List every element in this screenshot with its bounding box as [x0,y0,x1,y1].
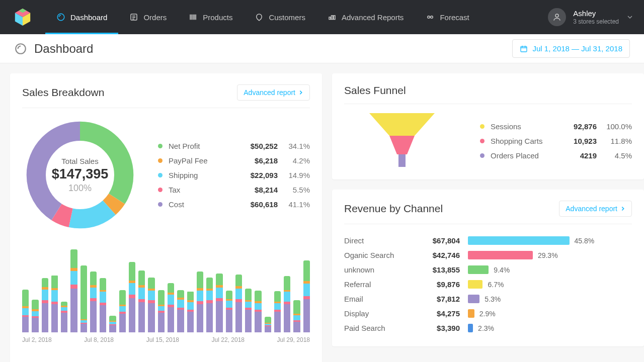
channel-name: unknown [344,265,420,274]
breakdown-row: Net Profit$50,25234.1% [158,139,310,153]
breakdown-name: Shipping [169,171,232,179]
nav-forecast[interactable]: Forecast [415,0,480,34]
user-menu[interactable]: Ashley 3 stores selected [538,0,644,34]
funnel-row: Sessions92,876100.0% [480,119,632,134]
breakdown-row: Tax$8,2145.5% [158,183,310,197]
breakdown-pct: 34.1% [278,142,310,150]
bar [187,291,194,332]
x-tick: Jul 8, 2018 [84,336,114,343]
bar [206,278,213,332]
breakdown-row: Shipping$22,09314.9% [158,168,310,183]
channel-row: Display$4,2752.9% [344,306,632,321]
bar [265,317,271,332]
channel-pct: 2.9% [479,310,496,318]
bar [32,300,38,332]
funnel-step-name: Shopping Carts [491,137,556,145]
funnel-step-name: Orders Placed [491,151,556,160]
nav-label: Customers [269,13,305,22]
channel-bar [468,251,533,259]
svg-marker-18 [389,136,415,154]
legend-dot [480,153,485,158]
legend-dot [158,188,163,192]
nav-customers[interactable]: Customers [244,0,316,34]
nav-orders[interactable]: Orders [118,0,178,34]
page-title: Dashboard [34,42,93,56]
funnel-row: Orders Placed42194.5% [480,148,632,163]
breakdown-pct: 5.5% [278,186,310,194]
avatar [548,8,566,26]
svg-marker-17 [369,113,435,136]
channel-row: unknown$13,8559.4% [344,262,632,277]
cube-icon [13,8,32,27]
funnel-row: Shopping Carts10,92311.8% [480,134,632,148]
breakdown-name: PayPal Fee [169,156,232,165]
channel-name: Display [344,309,420,318]
bar [42,278,48,332]
breakdown-name: Net Profit [169,142,232,150]
legend-dot [480,139,485,143]
channel-row: Oganic Search$42,74629.3% [344,248,632,262]
bar [293,300,300,332]
bar [274,291,281,333]
channel-amount: $4,275 [420,309,460,318]
date-range-button[interactable]: Jul 1, 2018 — Jul 31, 2018 [512,39,630,58]
channel-bar [468,295,479,303]
channel-row: Paid Search$3,3902.3% [344,321,632,335]
bar [90,272,97,332]
bar [109,316,116,332]
user-name: Ashley [573,9,619,18]
advanced-report-button[interactable]: Advanced report [559,201,632,217]
sales-breakdown-title: Sales Breakdown [22,86,104,99]
funnel-step-pct: 4.5% [597,151,632,160]
channel-pct: 29.3% [538,251,558,259]
channel-amount: $13,855 [420,265,460,274]
breakdown-amount: $50,252 [232,142,278,150]
content-grid: Sales Breakdown Advanced report Total Sa… [0,63,644,362]
chevron-right-icon [298,90,303,95]
forecast-icon [426,13,435,22]
dashboard-icon [56,13,65,22]
legend-dot [158,202,163,207]
orders-icon [129,13,138,22]
breakdown-pct: 14.9% [278,171,310,179]
bar [158,290,165,332]
bar [245,289,252,332]
bar [168,283,174,332]
sales-donut-chart: Total Sales $147,395 100% [22,117,138,233]
nav-label: Forecast [440,13,469,22]
sales-funnel-title: Sales Funnel [344,84,406,97]
x-tick: Jul 22, 2018 [212,336,245,343]
bar [284,276,290,332]
channel-pct: 6.7% [488,281,504,289]
bar [138,270,145,332]
channel-bar [468,324,473,332]
breakdown-amount: $22,093 [232,171,278,179]
funnel-step-pct: 11.8% [597,137,632,145]
nav-dashboard[interactable]: Dashboard [45,0,118,34]
funnel-step-value: 92,876 [556,122,597,131]
bar [22,290,29,332]
nav-products[interactable]: Products [178,0,244,34]
calendar-icon [520,45,528,53]
channel-name: Referral [344,280,420,289]
advanced-report-button[interactable]: Advanced report [237,84,310,101]
chevron-down-icon [626,13,634,21]
channel-table: Direct$67,80445.8%Oganic Search$42,74629… [344,233,632,335]
total-sales-label: Total Sales [61,157,98,165]
page-header: Dashboard Jul 1, 2018 — Jul 31, 2018 [0,34,644,63]
funnel-step-value: 10,923 [556,137,597,145]
channel-bar [468,236,570,245]
channel-amount: $7,812 [420,295,460,303]
channel-bar [468,265,489,274]
nav-advanced[interactable]: Advanced Reports [316,0,415,34]
breakdown-amount: $60,618 [232,200,278,209]
channel-amount: $67,804 [420,236,460,245]
bar [70,249,77,332]
funnel-step-value: 4219 [556,151,597,160]
date-range-label: Jul 1, 2018 — Jul 31, 2018 [533,44,622,53]
channel-pct: 5.3% [485,295,501,303]
bar [51,275,58,332]
logo[interactable] [0,0,45,34]
top-nav: DashboardOrdersProductsCustomersAdvanced… [0,0,644,34]
channel-row: Email$7,8125.3% [344,292,632,306]
